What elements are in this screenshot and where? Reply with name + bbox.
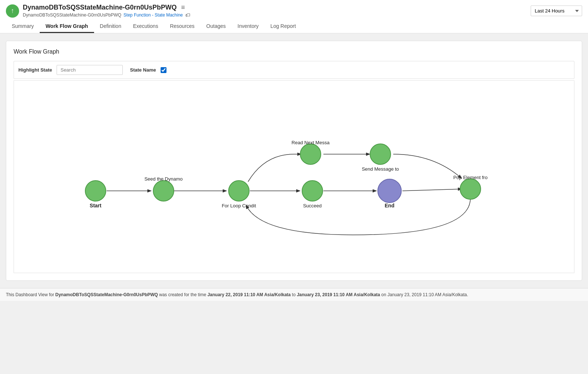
tab-definition[interactable]: Definition xyxy=(94,20,127,33)
toolbar: Highlight State State Name xyxy=(14,61,574,79)
app-title: DynamoDBToSQSStateMachine-G0rn0UsPbPWQ xyxy=(23,4,177,11)
node-seed xyxy=(153,181,174,201)
label-start: Start xyxy=(90,203,101,208)
breadcrumb-link[interactable]: Step Function - State Machine xyxy=(123,12,183,18)
title-block: DynamoDBToSQSStateMachine-G0rn0UsPbPWQ ≡… xyxy=(23,4,190,18)
label-succeed: Succeed xyxy=(303,203,322,208)
tab-workflow-graph[interactable]: Work Flow Graph xyxy=(40,20,94,33)
label-forloop: For Loop Condit xyxy=(222,203,256,208)
edge-forloop-readnext xyxy=(248,154,301,182)
node-pop xyxy=(460,179,481,199)
tab-executions[interactable]: Executions xyxy=(127,20,164,33)
tab-log-report[interactable]: Log Report xyxy=(265,20,302,33)
node-succeed xyxy=(302,181,323,201)
edge-pop-forloop xyxy=(246,198,470,235)
node-readnext xyxy=(300,144,321,164)
edge-end-pop xyxy=(402,189,461,191)
footer-to: to xyxy=(291,292,297,297)
label-sendmsg: Send Message to xyxy=(362,166,399,172)
footer-date-from: January 22, 2019 11:10 AM Asia/Kolkata xyxy=(207,292,291,297)
label-seed: Seed the Dynamo xyxy=(144,176,183,182)
highlight-state-label: Highlight State xyxy=(18,67,52,73)
tab-outages[interactable]: Outages xyxy=(200,20,232,33)
search-input[interactable] xyxy=(57,65,123,75)
header-right: Last 24 Hours Last 1 Hour Last 6 Hours L… xyxy=(531,6,582,16)
node-sendmsg xyxy=(370,144,391,164)
state-name-checkbox[interactable] xyxy=(161,67,166,73)
tag-icon: 🏷 xyxy=(185,12,190,18)
header-top: ↑ DynamoDBToSQSStateMachine-G0rn0UsPbPWQ… xyxy=(6,4,582,20)
node-end xyxy=(378,179,401,203)
state-name-label: State Name xyxy=(130,67,156,73)
workflow-graph-svg: Start Seed the Dynamo For Loop Condit Re… xyxy=(14,81,574,272)
header-left: ↑ DynamoDBToSQSStateMachine-G0rn0UsPbPWQ… xyxy=(6,4,190,18)
breadcrumb-main: DynamoDBToSQSStateMachine-G0rn0UsPbPWQ xyxy=(23,12,121,18)
main-content: Work Flow Graph Highlight State State Na… xyxy=(0,33,588,288)
tab-inventory[interactable]: Inventory xyxy=(232,20,265,33)
header: ↑ DynamoDBToSQSStateMachine-G0rn0UsPbPWQ… xyxy=(0,0,588,33)
label-end: End xyxy=(385,203,394,208)
footer: This Dashboard View for DynamoDBToSQSSta… xyxy=(0,288,588,301)
label-readnext: Read Next Messa xyxy=(291,140,330,145)
footer-date-to: January 23, 2019 11:10 AM Asia/Kolkata xyxy=(297,292,380,297)
tab-resources[interactable]: Resources xyxy=(164,20,200,33)
footer-prefix: This Dashboard View for xyxy=(6,292,55,297)
footer-suffix: on January 23, 2019 11:10 AM Asia/Kolkat… xyxy=(380,292,468,297)
nav-tabs: Summary Work Flow Graph Definition Execu… xyxy=(6,20,582,33)
breadcrumb: DynamoDBToSQSStateMachine-G0rn0UsPbPWQ S… xyxy=(23,12,190,18)
graph-area: Start Seed the Dynamo For Loop Condit Re… xyxy=(14,80,574,273)
edge-sendmsg-pop xyxy=(393,154,461,178)
label-pop: Pop Element fro xyxy=(453,175,487,180)
tab-summary[interactable]: Summary xyxy=(6,20,40,33)
app-icon: ↑ xyxy=(6,4,19,18)
node-start xyxy=(85,181,106,201)
footer-middle: was created for the time xyxy=(158,292,208,297)
footer-machine-name: DynamoDBToSQSStateMachine-G0rn0UsPbPWQ xyxy=(55,292,158,297)
workflow-panel: Work Flow Graph Highlight State State Na… xyxy=(6,41,582,281)
menu-icon[interactable]: ≡ xyxy=(181,4,185,11)
time-range-select[interactable]: Last 24 Hours Last 1 Hour Last 6 Hours L… xyxy=(531,6,582,16)
panel-title: Work Flow Graph xyxy=(14,48,574,55)
node-forloop xyxy=(229,181,249,201)
